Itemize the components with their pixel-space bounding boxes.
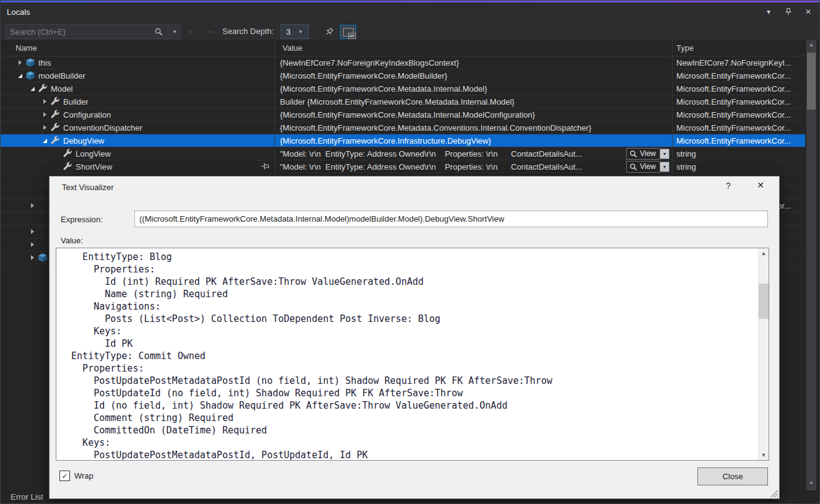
check-icon: ✓ bbox=[61, 472, 68, 480]
row-shortview[interactable]: ShortView "Model: \r\n EntityType: Addre… bbox=[1, 160, 805, 173]
expander-icon[interactable] bbox=[28, 242, 37, 247]
scrollbar-thumb[interactable] bbox=[759, 284, 769, 319]
search-input[interactable] bbox=[6, 27, 154, 37]
variable-name: ShortView bbox=[76, 162, 112, 172]
variable-name: ConventionDispatcher bbox=[63, 123, 142, 133]
expander-icon[interactable] bbox=[15, 74, 24, 78]
variable-value: "Model: \r\n EntityType: Address Owned\r… bbox=[280, 162, 626, 172]
property-icon bbox=[50, 110, 60, 119]
magnifier-icon bbox=[629, 150, 637, 158]
expander-icon[interactable] bbox=[40, 112, 49, 117]
expression-label: Expression: bbox=[61, 215, 103, 224]
locals-toolbar: ▾ ← → Search Depth: 3 ▾ ab bbox=[1, 23, 819, 40]
search-separator bbox=[168, 27, 168, 37]
pin-to-source-icon bbox=[322, 25, 335, 38]
text-visualizer-dialog: Text Visualizer ? ✕ Expression: Value: E… bbox=[49, 176, 780, 499]
close-window-icon[interactable]: ✕ bbox=[803, 7, 813, 17]
object-icon bbox=[38, 253, 48, 263]
variable-type: Microsoft.EntityFrameworkCor... bbox=[676, 71, 791, 80]
view-button[interactable]: View bbox=[626, 148, 660, 160]
row-modelbuilder[interactable]: modelBuilder {Microsoft.EntityFrameworkC… bbox=[1, 69, 805, 82]
expression-input[interactable] bbox=[134, 211, 768, 227]
text-visualizer-toggle-button[interactable]: ab bbox=[340, 25, 356, 39]
scroll-down-icon[interactable]: ▼ bbox=[806, 480, 816, 486]
row-this[interactable]: this {NewInEfCore7.NoForeignKeyIndexBlog… bbox=[1, 56, 805, 69]
wrap-label: Wrap bbox=[74, 471, 94, 480]
row-conventiondispatcher[interactable]: ConventionDispatcher {Microsoft.EntityFr… bbox=[1, 121, 805, 134]
value-text-area[interactable]: EntityType: Blog Properties: Id (int) Re… bbox=[56, 248, 769, 461]
property-icon bbox=[63, 162, 72, 172]
pin-window-icon[interactable] bbox=[783, 7, 793, 17]
variable-name: modelBuilder bbox=[38, 71, 85, 80]
column-header-type[interactable]: Type bbox=[673, 40, 805, 56]
column-header-value[interactable]: Value bbox=[275, 40, 673, 56]
variable-type: Microsoft.EntityFrameworkCor... bbox=[676, 136, 791, 146]
property-icon bbox=[50, 136, 60, 146]
resize-grip[interactable] bbox=[769, 488, 779, 498]
property-icon bbox=[63, 149, 72, 159]
scroll-up-icon[interactable]: ▲ bbox=[806, 42, 816, 48]
variable-type: string bbox=[676, 149, 696, 159]
checkbox-box[interactable]: ✓ bbox=[59, 471, 70, 481]
object-icon bbox=[25, 71, 35, 80]
expander-icon[interactable] bbox=[15, 60, 24, 65]
search-box[interactable]: ▾ bbox=[6, 24, 180, 39]
variable-name: this bbox=[38, 58, 51, 67]
row-debugview[interactable]: DebugView {Microsoft.EntityFrameworkCore… bbox=[1, 134, 805, 147]
depth-dropdown-icon[interactable]: ▾ bbox=[299, 28, 308, 35]
expander-icon[interactable] bbox=[28, 255, 37, 260]
row-builder[interactable]: Builder Builder {Microsoft.EntityFramewo… bbox=[1, 95, 805, 108]
view-button[interactable]: View bbox=[626, 161, 660, 173]
variable-value: {Microsoft.EntityFrameworkCore.Metadata.… bbox=[280, 123, 670, 133]
window-position-chevron-icon[interactable]: ▾ bbox=[764, 7, 774, 17]
variable-type: string bbox=[676, 162, 696, 172]
search-forward-icon[interactable]: → bbox=[205, 25, 214, 35]
search-icon[interactable] bbox=[154, 27, 167, 37]
variable-type: Microsoft.EntityFrameworkCor... bbox=[676, 123, 791, 133]
window-title: Locals bbox=[7, 7, 30, 17]
variable-value: {Microsoft.EntityFrameworkCore.Infrastru… bbox=[280, 136, 670, 146]
textarea-scrollbar[interactable]: ▲ ▼ bbox=[758, 248, 769, 460]
view-button-label: View bbox=[640, 162, 656, 171]
expander-icon[interactable] bbox=[28, 203, 37, 208]
row-configuration[interactable]: Configuration {Microsoft.EntityFramework… bbox=[1, 108, 805, 121]
view-button-label: View bbox=[640, 149, 656, 158]
titlebar[interactable]: Locals ▾ ✕ bbox=[1, 2, 819, 22]
dialog-title: Text Visualizer bbox=[62, 183, 114, 192]
expander-icon[interactable] bbox=[28, 229, 37, 234]
text-visualizer-toggle-icon: ab bbox=[343, 28, 354, 37]
wrap-checkbox[interactable]: ✓ Wrap bbox=[59, 471, 94, 481]
help-icon[interactable]: ? bbox=[722, 181, 735, 193]
property-icon bbox=[50, 123, 60, 133]
search-back-icon[interactable]: ← bbox=[188, 25, 197, 35]
variable-value: {Microsoft.EntityFrameworkCore.ModelBuil… bbox=[280, 71, 670, 80]
variable-value: {Microsoft.EntityFrameworkCore.Metadata.… bbox=[280, 110, 670, 119]
locals-window: Locals ▾ ✕ ▾ ← → Search Depth: 3 ▾ ab bbox=[0, 0, 820, 504]
dialog-close-icon[interactable]: ✕ bbox=[753, 180, 768, 193]
scrollbar-thumb[interactable] bbox=[807, 53, 816, 110]
row-model[interactable]: Model {Microsoft.EntityFrameworkCore.Met… bbox=[1, 82, 805, 95]
grid-header: Name Value Type bbox=[1, 40, 805, 56]
pin-to-source-button[interactable] bbox=[321, 25, 337, 39]
search-dropdown-icon[interactable]: ▾ bbox=[170, 28, 180, 35]
vertical-scrollbar[interactable]: ▲ ▼ ▼ bbox=[806, 40, 816, 503]
close-button[interactable]: Close bbox=[697, 467, 768, 485]
view-dropdown-icon[interactable]: ▾ bbox=[660, 162, 670, 172]
variable-name: Builder bbox=[63, 97, 88, 106]
scroll-up-icon[interactable]: ▲ bbox=[759, 250, 769, 256]
value-text: EntityType: Blog Properties: Id (int) Re… bbox=[56, 248, 769, 460]
pin-value-icon[interactable] bbox=[260, 162, 269, 172]
search-depth-combobox[interactable]: 3 ▾ bbox=[281, 24, 309, 39]
expander-icon[interactable] bbox=[40, 125, 49, 130]
scroll-down-icon[interactable]: ▼ bbox=[759, 452, 769, 458]
expander-icon[interactable] bbox=[28, 87, 37, 91]
variable-type: NewInEfCore7.NoForeignKeyI... bbox=[676, 58, 792, 67]
expander-icon[interactable] bbox=[40, 99, 49, 104]
view-dropdown-icon[interactable]: ▾ bbox=[660, 149, 670, 159]
column-header-name[interactable]: Name bbox=[1, 40, 275, 56]
expander-icon[interactable] bbox=[40, 139, 49, 143]
error-list-tab[interactable]: Error List bbox=[11, 492, 43, 502]
row-longview[interactable]: LongView "Model: \r\n EntityType: Addres… bbox=[1, 147, 805, 160]
search-depth-label: Search Depth: bbox=[222, 27, 274, 36]
variable-type: Microsoft.EntityFrameworkCor... bbox=[676, 84, 791, 93]
